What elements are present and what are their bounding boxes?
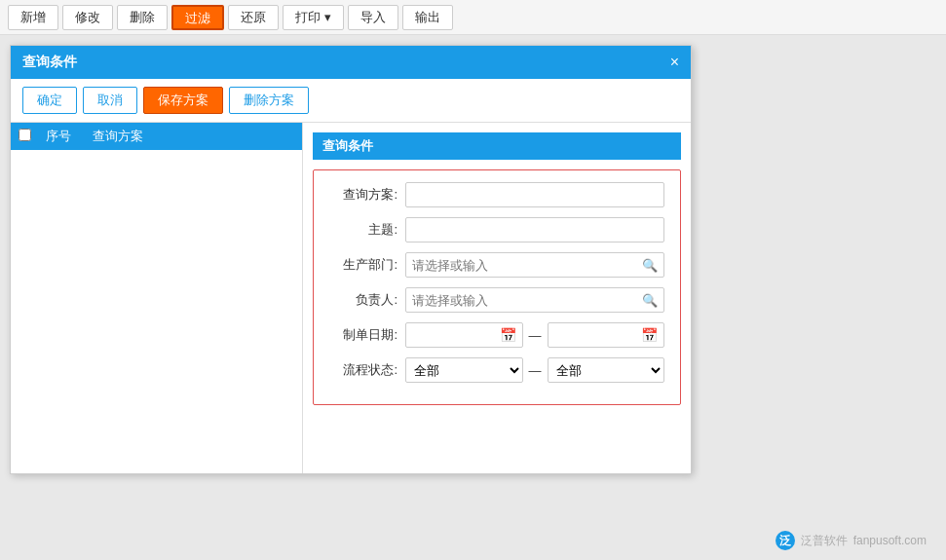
print-label: 打印 (295, 9, 321, 26)
date-range-separator: — (529, 328, 542, 343)
date-start-input[interactable] (412, 328, 500, 343)
date-row: 制单日期: 📅 — 📅 (329, 322, 664, 348)
date-start-wrapper: 📅 (405, 322, 523, 348)
add-button[interactable]: 新增 (8, 5, 58, 30)
edit-button[interactable]: 修改 (62, 5, 113, 30)
status-range-separator: — (529, 363, 542, 378)
dialog-buttons-row: 确定 取消 保存方案 删除方案 (11, 79, 691, 123)
date-end-wrapper: 📅 (548, 322, 665, 348)
save-scheme-button[interactable]: 保存方案 (143, 87, 223, 114)
footer-logo-char: 泛 (779, 533, 791, 549)
print-button[interactable]: 打印 ▾ (283, 5, 344, 30)
subject-input[interactable] (405, 217, 664, 243)
filter-button[interactable]: 过滤 (171, 5, 224, 30)
footer-logo: 泛 (776, 531, 795, 550)
import-button[interactable]: 导入 (348, 5, 398, 30)
dept-input[interactable] (406, 256, 636, 275)
status-start-select[interactable]: 全部 未开始 进行中 已完成 已关闭 (405, 357, 523, 383)
header-num: 序号 (46, 128, 85, 145)
print-arrow-icon: ▾ (324, 9, 331, 26)
status-row: 流程状态: 全部 未开始 进行中 已完成 已关闭 — 全部 (329, 357, 664, 383)
dept-search-icon[interactable]: 🔍 (636, 258, 663, 273)
dept-input-wrapper: 🔍 (405, 252, 664, 278)
confirm-button[interactable]: 确定 (22, 87, 77, 114)
query-list-body (11, 150, 302, 442)
header-checkbox (19, 129, 38, 144)
footer: 泛 泛普软件 fanpusoft.com (776, 531, 927, 550)
conditions-panel-title: 查询条件 (313, 132, 681, 160)
dialog-titlebar: 查询条件 × (11, 46, 691, 79)
person-label: 负责人: (329, 291, 397, 309)
status-label: 流程状态: (329, 361, 397, 379)
date-range-wrapper: 📅 — 📅 (405, 322, 664, 348)
toolbar: 新增 修改 删除 过滤 还原 打印 ▾ 导入 输出 (0, 0, 946, 35)
footer-url: fanpusoft.com (853, 534, 927, 547)
scheme-label: 查询方案: (329, 186, 397, 204)
date-label: 制单日期: (329, 326, 397, 344)
scheme-row: 查询方案: (329, 182, 664, 207)
person-input[interactable] (406, 291, 636, 310)
conditions-panel: 查询条件 查询方案: 主题: 生产部门: (303, 123, 691, 473)
dept-row: 生产部门: 🔍 (329, 252, 664, 278)
conditions-form: 查询方案: 主题: 生产部门: 🔍 (313, 169, 681, 405)
dialog-body: 序号 查询方案 查询条件 查询方案: 主题: (11, 123, 691, 473)
query-list-panel: 序号 查询方案 (11, 123, 303, 473)
date-end-input[interactable] (554, 328, 642, 343)
status-end-select[interactable]: 全部 未开始 进行中 已完成 已关闭 (548, 357, 665, 383)
person-row: 负责人: 🔍 (329, 287, 664, 313)
header-scheme-name: 查询方案 (93, 128, 294, 145)
delete-button[interactable]: 删除 (117, 5, 168, 30)
footer-brand: 泛普软件 (801, 533, 848, 549)
person-input-wrapper: 🔍 (405, 287, 664, 313)
export-button[interactable]: 输出 (402, 5, 453, 30)
dept-label: 生产部门: (329, 256, 397, 274)
main-area: 查询条件 × 确定 取消 保存方案 删除方案 序号 查询方案 (0, 35, 946, 560)
dialog-title: 查询条件 (22, 54, 77, 71)
calendar-end-icon[interactable]: 📅 (641, 327, 658, 343)
subject-row: 主题: (329, 217, 664, 243)
select-all-checkbox[interactable] (19, 129, 31, 141)
query-conditions-dialog: 查询条件 × 确定 取消 保存方案 删除方案 序号 查询方案 (10, 45, 692, 474)
person-search-icon[interactable]: 🔍 (636, 293, 663, 308)
dialog-close-button[interactable]: × (670, 55, 679, 70)
query-list-header: 序号 查询方案 (11, 123, 302, 150)
delete-scheme-button[interactable]: 删除方案 (229, 87, 309, 114)
calendar-start-icon[interactable]: 📅 (500, 327, 516, 343)
scheme-input[interactable] (405, 182, 664, 207)
restore-button[interactable]: 还原 (228, 5, 279, 30)
status-range-wrapper: 全部 未开始 进行中 已完成 已关闭 — 全部 未开始 进行中 (405, 357, 664, 383)
subject-label: 主题: (329, 221, 397, 239)
cancel-button[interactable]: 取消 (83, 87, 137, 114)
